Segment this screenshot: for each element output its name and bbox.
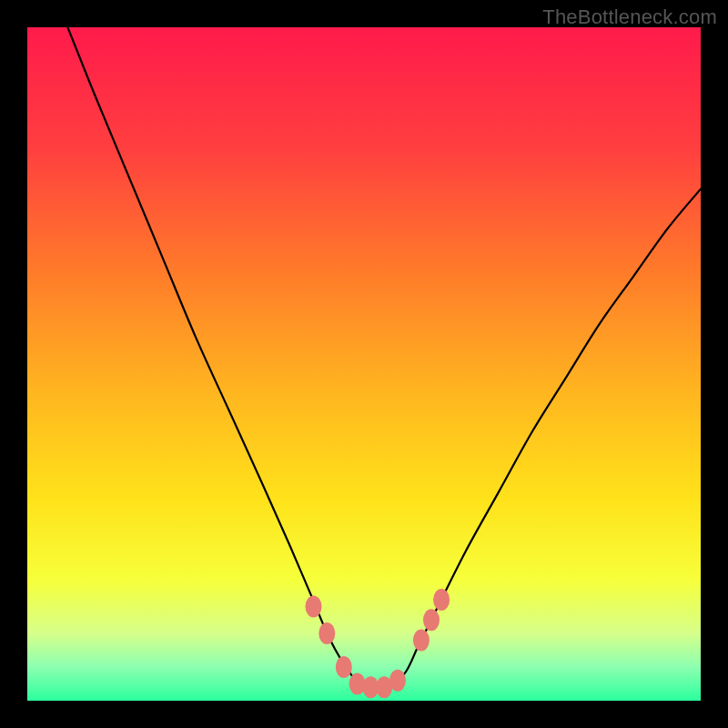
chart-svg (27, 27, 701, 701)
plot-area (27, 27, 701, 701)
curve-marker (389, 670, 406, 692)
gradient-background (27, 27, 701, 701)
curve-marker (423, 609, 440, 631)
curve-marker (306, 595, 322, 617)
chart-frame: TheBottleneck.com (0, 0, 728, 728)
curve-marker (336, 656, 352, 678)
curve-marker (413, 629, 430, 651)
watermark-text: TheBottleneck.com (542, 5, 717, 29)
curve-marker (318, 622, 335, 644)
curve-marker (433, 589, 450, 611)
